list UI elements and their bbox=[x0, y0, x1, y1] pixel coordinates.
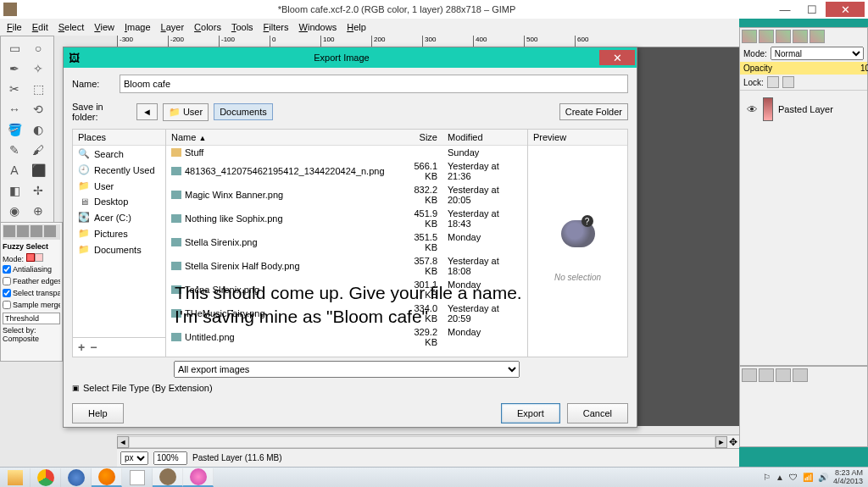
layers-tabs[interactable] bbox=[740, 28, 867, 45]
tray-icon[interactable]: ▲ bbox=[776, 473, 784, 482]
places-item[interactable]: 📁User bbox=[73, 178, 165, 194]
tool-icon[interactable]: ✢ bbox=[26, 180, 50, 201]
threshold-field[interactable]: Threshold bbox=[3, 313, 60, 324]
clock[interactable]: 8:23 AM4/4/2013 bbox=[833, 469, 863, 485]
file-type-filter[interactable]: All export images bbox=[174, 361, 520, 378]
remove-bookmark-button[interactable]: − bbox=[90, 340, 97, 354]
mode-swatch[interactable] bbox=[35, 253, 43, 262]
file-row[interactable]: 481363_412075462195412_1344220424_n.png5… bbox=[166, 159, 527, 183]
select-file-type[interactable]: ▣ Select File Type (By Extension) bbox=[72, 383, 628, 393]
visibility-icon[interactable]: 👁 bbox=[747, 103, 758, 116]
places-item[interactable]: 🕘Recently Used bbox=[73, 162, 165, 178]
tool-icon[interactable]: ⊕ bbox=[26, 201, 50, 221]
taskbar-explorer[interactable] bbox=[0, 468, 31, 487]
menu-view[interactable]: View bbox=[89, 20, 120, 34]
tray-icon[interactable]: 📶 bbox=[803, 473, 813, 482]
col-modified[interactable]: Modified bbox=[442, 130, 527, 145]
tool-icon[interactable]: ✒ bbox=[3, 58, 26, 79]
tool-icon[interactable]: 🖌 bbox=[26, 140, 50, 160]
file-row[interactable]: Stella Sirenix.png351.5 KBMonday bbox=[166, 230, 527, 254]
tool-icon[interactable]: A bbox=[3, 160, 26, 180]
menu-select[interactable]: Select bbox=[53, 20, 90, 34]
taskbar-browser[interactable] bbox=[61, 468, 92, 487]
file-row[interactable]: StuffSunday bbox=[166, 146, 527, 159]
lock-alpha[interactable] bbox=[782, 76, 794, 88]
brushes-tabs[interactable] bbox=[740, 367, 867, 384]
menu-tools[interactable]: Tools bbox=[226, 20, 259, 34]
taskbar-chrome[interactable] bbox=[31, 468, 61, 487]
create-folder-button[interactable]: Create Folder bbox=[559, 103, 628, 120]
zoom-select[interactable] bbox=[153, 451, 187, 465]
file-row[interactable]: Tecna SIrenix.png301.1 KBMonday bbox=[166, 278, 527, 302]
file-row[interactable]: Stella Sirenix Half Body.png357.8 KBYest… bbox=[166, 254, 527, 278]
cancel-button[interactable]: Cancel bbox=[567, 403, 628, 423]
tool-icon[interactable]: ✧ bbox=[26, 58, 50, 79]
tool-icon[interactable]: ↔ bbox=[3, 99, 26, 119]
taskbar-gimp[interactable] bbox=[153, 468, 183, 487]
file-row[interactable]: THeMusicFairy.png334.0 KBYesterday at 20… bbox=[166, 302, 527, 325]
mode-swatch[interactable] bbox=[26, 253, 35, 262]
breadcrumb-documents[interactable]: Documents bbox=[214, 103, 273, 120]
menu-edit[interactable]: Edit bbox=[27, 20, 53, 34]
col-name[interactable]: Name bbox=[171, 132, 196, 142]
nav-icon[interactable]: ✥ bbox=[727, 436, 739, 448]
tool-icon[interactable]: ▭ bbox=[3, 38, 26, 58]
scroll-left-button[interactable]: ◄ bbox=[117, 436, 129, 448]
close-button[interactable]: ✕ bbox=[826, 2, 865, 17]
select-by[interactable]: Select by: Composite bbox=[3, 326, 60, 343]
dialog-close-button[interactable]: ✕ bbox=[599, 50, 635, 65]
tray-icon[interactable]: ⚐ bbox=[763, 473, 771, 482]
tool-options-tabs[interactable] bbox=[3, 224, 60, 240]
taskbar-firefox[interactable] bbox=[92, 468, 122, 487]
unit-select[interactable]: px bbox=[120, 451, 148, 465]
tray-icon[interactable]: 🔊 bbox=[818, 473, 828, 482]
tool-icon[interactable]: ⟲ bbox=[26, 99, 50, 119]
taskbar-app[interactable] bbox=[122, 468, 153, 487]
add-bookmark-button[interactable]: + bbox=[78, 340, 85, 354]
tool-icon[interactable]: ✎ bbox=[3, 140, 26, 160]
tool-icon[interactable]: ◧ bbox=[3, 180, 26, 201]
menu-help[interactable]: Help bbox=[342, 20, 371, 34]
places-item[interactable]: 💽Acer (C:) bbox=[73, 209, 165, 225]
sample-merged-checkbox[interactable]: Sample merged bbox=[3, 299, 60, 311]
help-button[interactable]: Help bbox=[72, 403, 124, 423]
filename-input[interactable] bbox=[120, 75, 628, 93]
tool-icon[interactable]: ⬚ bbox=[26, 79, 50, 99]
places-item[interactable]: 🔍Search bbox=[73, 146, 165, 162]
menu-layer[interactable]: Layer bbox=[156, 20, 190, 34]
tool-icon[interactable]: ○ bbox=[26, 38, 50, 58]
menu-windows[interactable]: Windows bbox=[294, 20, 342, 34]
lock-pixels[interactable] bbox=[767, 76, 779, 88]
tool-icon[interactable]: ◉ bbox=[3, 201, 26, 221]
menu-colors[interactable]: Colors bbox=[189, 20, 226, 34]
tool-icon[interactable]: ✂ bbox=[3, 79, 26, 99]
scroll-track[interactable] bbox=[129, 436, 715, 448]
feather-checkbox[interactable]: Feather edges bbox=[3, 275, 60, 287]
minimize-button[interactable]: — bbox=[771, 2, 798, 17]
file-row[interactable]: Untitled.png329.2 KBMonday bbox=[166, 325, 527, 349]
menu-file[interactable]: File bbox=[2, 20, 27, 34]
places-item[interactable]: 📁Documents bbox=[73, 241, 165, 257]
tray-icon[interactable]: 🛡 bbox=[789, 473, 798, 482]
export-button[interactable]: Export bbox=[501, 403, 560, 423]
transparent-checkbox[interactable]: Select transparen bbox=[3, 287, 60, 299]
scroll-right-button[interactable]: ► bbox=[715, 436, 727, 448]
file-row[interactable]: Nothing like Sophix.png451.9 KBYesterday… bbox=[166, 207, 527, 230]
file-row[interactable]: Magic Winx Banner.png832.2 KBYesterday a… bbox=[166, 183, 527, 207]
menu-filters[interactable]: Filters bbox=[259, 20, 294, 34]
back-button[interactable]: ◄ bbox=[136, 103, 158, 120]
antialias-checkbox[interactable]: Antialiasing bbox=[3, 263, 60, 275]
breadcrumb-user[interactable]: 📁User bbox=[163, 103, 209, 121]
tool-icon[interactable]: ⬛ bbox=[26, 160, 50, 180]
blend-mode-select[interactable]: Normal bbox=[771, 47, 864, 60]
tool-icon[interactable]: 🪣 bbox=[3, 119, 26, 140]
places-item[interactable]: 📁Pictures bbox=[73, 225, 165, 241]
tool-icon[interactable]: ◐ bbox=[26, 119, 50, 140]
maximize-button[interactable]: ☐ bbox=[798, 2, 826, 17]
opacity-value[interactable] bbox=[772, 63, 868, 74]
layer-item[interactable]: 👁 Pasted Layer bbox=[743, 94, 864, 125]
menu-image[interactable]: Image bbox=[120, 20, 156, 34]
col-size[interactable]: Size bbox=[396, 130, 442, 145]
taskbar-paint[interactable] bbox=[183, 468, 214, 487]
places-item[interactable]: 🖥Desktop bbox=[73, 194, 165, 209]
